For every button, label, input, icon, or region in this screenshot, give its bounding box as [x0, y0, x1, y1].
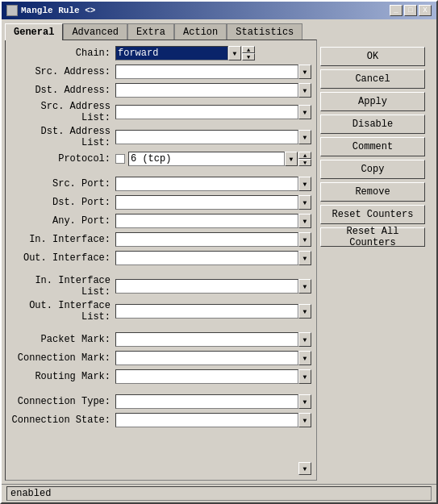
chain-row: Chain: ▼ ▲ ▼	[10, 45, 311, 61]
out-interface-list-input-wrap: ▼	[115, 304, 311, 319]
title-controls: _ □ X	[390, 5, 432, 16]
protocol-spinners: ▲ ▼	[298, 152, 311, 166]
reset-counters-button[interactable]: Reset Counters	[320, 205, 425, 224]
src-address-input[interactable]	[115, 65, 298, 79]
comment-button[interactable]: Comment	[320, 137, 425, 156]
tab-bar: General Advanced Extra Action Statistics	[5, 23, 317, 40]
out-interface-input[interactable]	[115, 251, 298, 265]
src-port-input-wrap: ▼	[115, 177, 311, 191]
in-interface-list-row: In. Interface List: ▼	[10, 275, 311, 298]
out-interface-input-wrap: ▼	[115, 251, 311, 265]
any-port-input[interactable]	[115, 214, 298, 228]
protocol-dropdown-button[interactable]: ▼	[285, 152, 298, 166]
routing-mark-input[interactable]	[115, 369, 298, 384]
dst-address-dropdown-button[interactable]: ▼	[298, 83, 311, 98]
src-port-label: Src. Port:	[10, 178, 115, 190]
protocol-up-button[interactable]: ▲	[298, 152, 311, 159]
connection-state-row: Connection State: ▼	[10, 412, 311, 428]
content-area: Chain: ▼ ▲ ▼ Src. Address:	[5, 40, 317, 481]
src-address-list-dropdown-button[interactable]: ▼	[298, 105, 311, 119]
packet-mark-label: Packet Mark:	[10, 334, 115, 345]
chain-label: Chain:	[10, 48, 115, 59]
chain-dropdown-button[interactable]: ▼	[228, 46, 241, 60]
in-interface-row: In. Interface: ▼	[10, 231, 311, 248]
src-address-list-label: Src. Address List:	[10, 101, 115, 123]
in-interface-dropdown-button[interactable]: ▼	[298, 232, 311, 247]
connection-state-dropdown-button[interactable]: ▼	[298, 413, 311, 427]
dst-address-list-input[interactable]	[115, 130, 298, 144]
in-interface-list-dropdown-button[interactable]: ▼	[298, 279, 311, 294]
src-address-list-input-wrap: ▼	[115, 105, 311, 119]
tab-action[interactable]: Action	[174, 23, 227, 40]
routing-mark-label: Routing Mark:	[10, 371, 115, 382]
out-interface-list-row: Out. Interface List: ▼	[10, 300, 311, 323]
minimize-button[interactable]: _	[390, 5, 403, 16]
tab-extra[interactable]: Extra	[127, 23, 174, 40]
maximize-button[interactable]: □	[404, 5, 417, 16]
out-interface-dropdown-button[interactable]: ▼	[298, 251, 311, 265]
protocol-label: Protocol:	[10, 153, 115, 165]
connection-mark-input[interactable]	[115, 351, 298, 365]
close-button[interactable]: X	[419, 5, 432, 16]
disable-button[interactable]: Disable	[320, 115, 425, 134]
dst-address-input[interactable]	[115, 83, 298, 98]
ok-button[interactable]: OK	[320, 47, 425, 66]
src-port-input[interactable]	[115, 177, 298, 191]
routing-mark-dropdown-button[interactable]: ▼	[298, 369, 311, 384]
packet-mark-input-wrap: ▼	[115, 332, 311, 347]
left-panel: General Advanced Extra Action Statistics…	[5, 23, 317, 481]
chain-spinners: ▲ ▼	[242, 46, 255, 60]
tab-advanced[interactable]: Advanced	[63, 23, 127, 40]
copy-button[interactable]: Copy	[320, 160, 425, 179]
remove-button[interactable]: Remove	[320, 182, 425, 202]
packet-mark-dropdown-button[interactable]: ▼	[298, 332, 311, 347]
chain-input-wrap: ▼ ▲ ▼	[115, 46, 311, 60]
dst-address-row: Dst. Address: ▼	[10, 82, 311, 98]
tab-general[interactable]: General	[5, 23, 63, 40]
connection-mark-dropdown-button[interactable]: ▼	[298, 351, 311, 365]
tab-statistics[interactable]: Statistics	[227, 23, 302, 40]
dst-address-list-row: Dst. Address List: ▼	[10, 126, 311, 148]
separator-1	[10, 169, 311, 176]
connection-type-row: Connection Type: ▼	[10, 394, 311, 410]
src-port-dropdown-button[interactable]: ▼	[298, 177, 311, 191]
packet-mark-input[interactable]	[115, 332, 298, 347]
chain-down-button[interactable]: ▼	[242, 53, 255, 60]
dst-address-list-dropdown-button[interactable]: ▼	[298, 130, 311, 144]
src-address-dropdown-button[interactable]: ▼	[298, 65, 311, 79]
routing-mark-input-wrap: ▼	[115, 369, 311, 384]
protocol-input[interactable]	[128, 152, 285, 166]
dst-port-label: Dst. Port:	[10, 197, 115, 208]
src-port-row: Src. Port: ▼	[10, 176, 311, 192]
src-address-list-input[interactable]	[115, 105, 298, 119]
right-panel: OK Cancel Apply Disable Comment Copy Rem…	[320, 23, 433, 481]
dst-port-input[interactable]	[115, 195, 298, 210]
dst-port-dropdown-button[interactable]: ▼	[298, 195, 311, 210]
protocol-down-button[interactable]: ▼	[298, 159, 311, 166]
apply-button[interactable]: Apply	[320, 92, 425, 111]
in-interface-input[interactable]	[115, 232, 298, 247]
routing-mark-row: Routing Mark: ▼	[10, 369, 311, 385]
connection-state-input[interactable]	[115, 413, 298, 427]
out-interface-list-label: Out. Interface List:	[10, 300, 115, 323]
out-interface-list-dropdown-button[interactable]: ▼	[298, 304, 311, 319]
dst-address-list-input-wrap: ▼	[115, 130, 311, 144]
reset-all-counters-button[interactable]: Reset All Counters	[320, 227, 425, 247]
in-interface-label: In. Interface:	[10, 234, 115, 245]
connection-type-input[interactable]	[115, 394, 298, 409]
dst-port-input-wrap: ▼	[115, 195, 311, 210]
in-interface-list-input[interactable]	[115, 279, 298, 294]
scroll-down-button[interactable]: ▼	[298, 462, 311, 475]
chain-up-button[interactable]: ▲	[242, 46, 255, 53]
protocol-checkbox[interactable]	[115, 154, 125, 164]
window-body: General Advanced Extra Action Statistics…	[2, 19, 436, 484]
out-interface-row: Out. Interface: ▼	[10, 250, 311, 266]
cancel-button[interactable]: Cancel	[320, 69, 425, 89]
separator-4	[10, 387, 311, 394]
chain-input[interactable]	[115, 46, 228, 60]
out-interface-list-input[interactable]	[115, 304, 298, 319]
connection-state-label: Connection State:	[10, 414, 115, 426]
connection-type-dropdown-button[interactable]: ▼	[298, 394, 311, 409]
src-address-list-row: Src. Address List: ▼	[10, 101, 311, 123]
any-port-dropdown-button[interactable]: ▼	[298, 214, 311, 228]
